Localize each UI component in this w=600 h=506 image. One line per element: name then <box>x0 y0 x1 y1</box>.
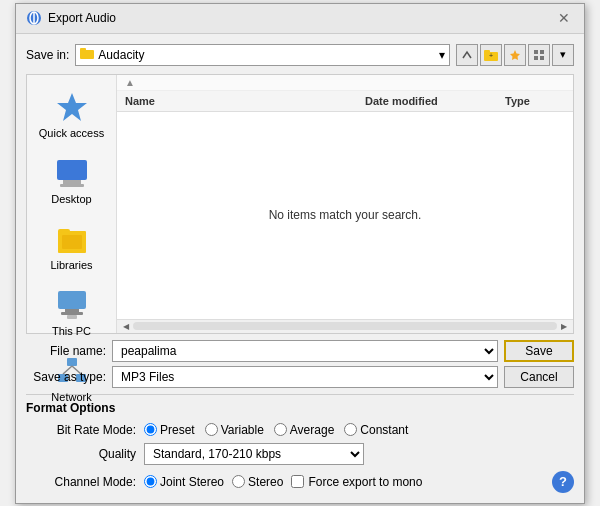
radio-joint-stereo-input[interactable] <box>144 475 157 488</box>
radio-joint-stereo-label: Joint Stereo <box>160 475 224 489</box>
radio-variable[interactable]: Variable <box>205 423 264 437</box>
radio-stereo-input[interactable] <box>232 475 245 488</box>
svg-rect-14 <box>57 160 87 180</box>
folder-icon-small <box>80 47 94 62</box>
title-bar: Export Audio ✕ <box>16 4 584 34</box>
radio-stereo[interactable]: Stereo <box>232 475 283 489</box>
svg-rect-23 <box>67 315 77 319</box>
svg-text:+: + <box>489 52 493 59</box>
empty-message: No items match your search. <box>269 208 422 222</box>
svg-rect-15 <box>63 180 81 184</box>
save-in-label: Save in: <box>26 48 69 62</box>
radio-preset-input[interactable] <box>144 423 157 436</box>
view-button[interactable] <box>528 44 550 66</box>
sidebar-item-quick-access[interactable]: Quick access <box>32 83 112 145</box>
radio-average[interactable]: Average <box>274 423 334 437</box>
toolbar-buttons: + ▾ <box>456 44 574 66</box>
sidebar-item-label-libraries: Libraries <box>50 259 92 271</box>
radio-joint-stereo[interactable]: Joint Stereo <box>144 475 224 489</box>
save-in-value: Audacity <box>98 48 144 62</box>
format-section: Format Options Bit Rate Mode: Preset Var… <box>26 394 574 493</box>
sidebar-item-desktop[interactable]: Desktop <box>32 149 112 211</box>
svg-rect-24 <box>67 358 77 366</box>
svg-rect-16 <box>60 184 84 187</box>
radio-constant-label: Constant <box>360 423 408 437</box>
dialog-title: Export Audio <box>48 11 116 25</box>
title-bar-left: Export Audio <box>26 10 116 26</box>
radio-stereo-label: Stereo <box>248 475 283 489</box>
radio-preset-label: Preset <box>160 423 195 437</box>
horizontal-scrollbar[interactable]: ◀ ▶ <box>117 319 573 333</box>
bit-rate-label: Bit Rate Mode: <box>36 423 136 437</box>
column-header-name: Name <box>125 95 365 107</box>
radio-variable-label: Variable <box>221 423 264 437</box>
column-header-type: Type <box>505 95 565 107</box>
dialog-body: Save in: Audacity ▾ <box>16 34 584 503</box>
bit-rate-row: Bit Rate Mode: Preset Variable Average <box>26 423 574 437</box>
sidebar-item-libraries[interactable]: Libraries <box>32 215 112 277</box>
file-panel: ▲ Name Date modified Type No items match… <box>117 75 573 333</box>
column-header-date: Date modified <box>365 95 505 107</box>
svg-rect-9 <box>534 50 538 54</box>
svg-rect-12 <box>540 56 544 60</box>
radio-preset[interactable]: Preset <box>144 423 195 437</box>
save-in-chevron: ▾ <box>439 48 445 62</box>
svg-rect-10 <box>540 50 544 54</box>
channel-mode-row: Channel Mode: Joint Stereo Stereo Force … <box>26 471 574 493</box>
svg-rect-21 <box>65 309 79 312</box>
quality-select[interactable]: Standard, 170-210 kbps <box>144 443 364 465</box>
main-area: Quick access Desktop <box>26 74 574 334</box>
save-in-row: Save in: Audacity ▾ <box>26 44 574 66</box>
bit-rate-radio-group: Preset Variable Average Constant <box>144 423 408 437</box>
desktop-icon <box>54 155 90 191</box>
scroll-right-button[interactable]: ▶ <box>557 319 571 333</box>
quality-row: Quality Standard, 170-210 kbps <box>26 443 574 465</box>
scroll-track[interactable] <box>133 322 557 330</box>
file-name-label: File name: <box>26 344 106 358</box>
scroll-left-button[interactable]: ◀ <box>119 319 133 333</box>
radio-constant-input[interactable] <box>344 423 357 436</box>
export-audio-dialog: Export Audio ✕ Save in: Audacity ▾ <box>15 3 585 504</box>
svg-rect-11 <box>534 56 538 60</box>
format-title: Format Options <box>26 401 574 415</box>
nav-up-button[interactable] <box>456 44 478 66</box>
svg-rect-19 <box>62 235 82 249</box>
file-header: Name Date modified Type <box>117 91 573 112</box>
sidebar-item-label-desktop: Desktop <box>51 193 91 205</box>
force-mono-checkbox[interactable] <box>291 475 304 488</box>
radio-average-input[interactable] <box>274 423 287 436</box>
sort-arrow: ▲ <box>125 77 135 88</box>
force-mono-label: Force export to mono <box>308 475 422 489</box>
star-icon <box>54 89 90 125</box>
save-button[interactable]: Save <box>504 340 574 362</box>
sidebar-item-this-pc[interactable]: This PC <box>32 281 112 343</box>
new-folder-button[interactable]: + <box>480 44 502 66</box>
file-content-empty: No items match your search. <box>117 112 573 319</box>
svg-rect-20 <box>58 291 86 309</box>
svg-marker-8 <box>510 50 520 60</box>
close-button[interactable]: ✕ <box>554 8 574 28</box>
view-dropdown-button[interactable]: ▾ <box>552 44 574 66</box>
help-button[interactable]: ? <box>552 471 574 493</box>
radio-variable-input[interactable] <box>205 423 218 436</box>
svg-marker-13 <box>57 93 87 121</box>
force-export-mono[interactable]: Force export to mono <box>291 475 422 489</box>
sidebar-item-label-this-pc: This PC <box>52 325 91 337</box>
bookmark-button[interactable] <box>504 44 526 66</box>
svg-rect-22 <box>61 312 83 315</box>
svg-rect-4 <box>80 48 86 52</box>
audacity-icon <box>26 10 42 26</box>
channel-mode-label: Channel Mode: <box>36 475 136 489</box>
cancel-button[interactable]: Cancel <box>504 366 574 388</box>
save-as-type-label: Save as type: <box>26 370 106 384</box>
svg-rect-18 <box>58 229 70 235</box>
save-as-type-select[interactable]: MP3 Files <box>112 366 498 388</box>
radio-constant[interactable]: Constant <box>344 423 408 437</box>
radio-average-label: Average <box>290 423 334 437</box>
this-pc-icon <box>54 287 90 323</box>
sidebar-item-label-quick-access: Quick access <box>39 127 104 139</box>
libraries-icon <box>54 221 90 257</box>
quality-label: Quality <box>36 447 136 461</box>
save-in-select[interactable]: Audacity ▾ <box>75 44 450 66</box>
file-name-input[interactable]: peapalima <box>112 340 498 362</box>
